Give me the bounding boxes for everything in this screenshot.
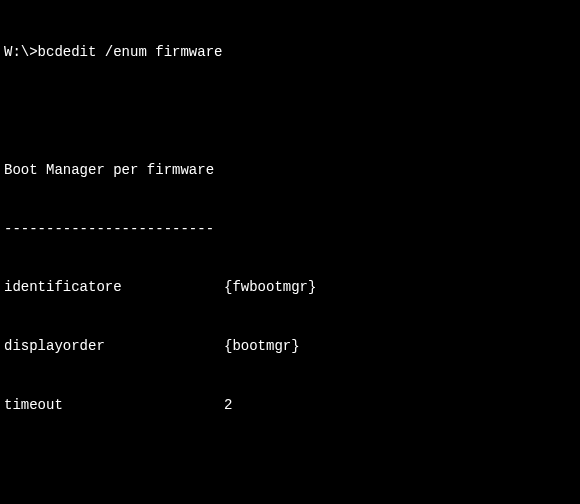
- command-text: bcdedit /enum firmware: [38, 43, 223, 63]
- output-key: timeout: [4, 396, 224, 416]
- output-row: timeout2: [4, 396, 576, 416]
- output-row: displayorder{bootmgr}: [4, 337, 576, 357]
- output-value: {fwbootmgr}: [224, 278, 576, 298]
- section-divider: -------------------------: [4, 220, 576, 240]
- section-title-firmware: Boot Manager per firmware: [4, 161, 576, 181]
- output-key: displayorder: [4, 337, 224, 357]
- output-value: 2: [224, 396, 576, 416]
- output-value: {bootmgr}: [224, 337, 576, 357]
- output-row: identificatore{fwbootmgr}: [4, 278, 576, 298]
- terminal-output: W:\>bcdedit /enum firmware Boot Manager …: [4, 4, 576, 504]
- prompt: W:\>: [4, 43, 38, 63]
- blank-line: [4, 102, 576, 122]
- output-key: identificatore: [4, 278, 224, 298]
- command-line: W:\>bcdedit /enum firmware: [4, 43, 576, 63]
- blank-line: [4, 455, 576, 475]
